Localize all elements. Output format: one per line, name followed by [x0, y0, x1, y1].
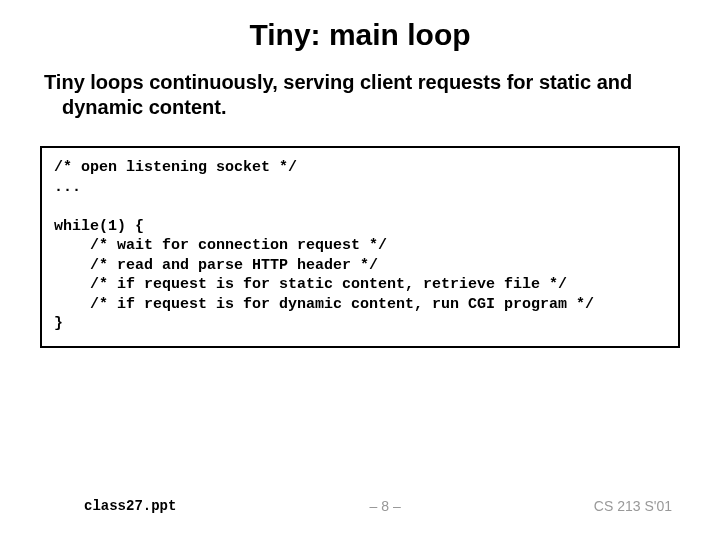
slide-title: Tiny: main loop — [40, 18, 680, 52]
footer-page-number: – 8 – — [370, 498, 401, 514]
footer-course: CS 213 S'01 — [594, 498, 672, 514]
code-block: /* open listening socket */ ... while(1)… — [40, 146, 680, 348]
slide-subtitle: Tiny loops continuously, serving client … — [44, 70, 680, 120]
footer-filename: class27.ppt — [48, 498, 176, 514]
slide: Tiny: main loop Tiny loops continuously,… — [0, 0, 720, 540]
footer: class27.ppt – 8 – CS 213 S'01 — [0, 498, 720, 514]
